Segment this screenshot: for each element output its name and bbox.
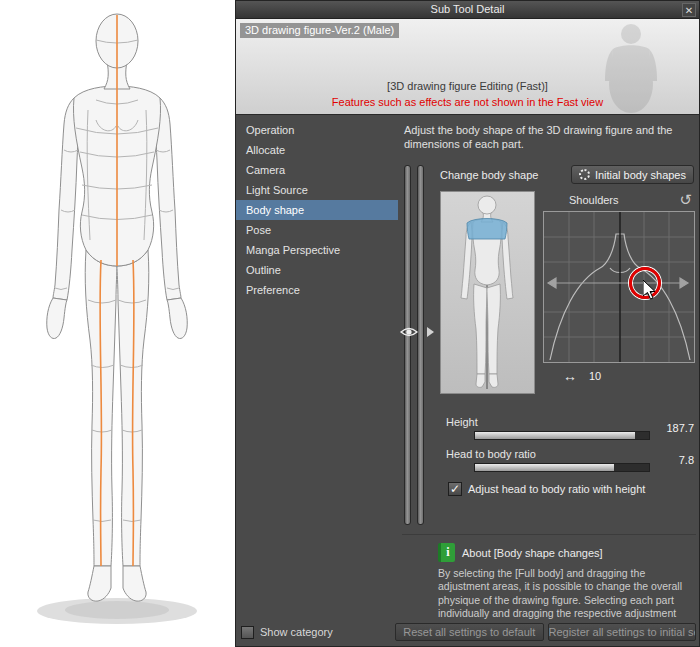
category-item-manga-perspective[interactable]: Manga Perspective: [236, 240, 398, 260]
change-body-shape-label: Change body shape: [440, 169, 538, 181]
visibility-eye-icon[interactable]: [400, 325, 418, 339]
height-row: Height 187.7: [436, 416, 696, 440]
height-slider[interactable]: [474, 431, 650, 440]
tool-preview-area: 3D drawing figure-Ver.2 (Male) [3D drawi…: [236, 19, 699, 115]
adjust-ratio-checkbox-label: Adjust head to body ratio with height: [468, 483, 645, 495]
body-thumbnail-figure: [441, 192, 534, 393]
category-item-light-source[interactable]: Light Source: [236, 180, 398, 200]
ratio-slider[interactable]: [474, 463, 650, 472]
shoulders-highlight: [467, 219, 507, 240]
fast-view-warning: Features such as effects are not shown i…: [236, 96, 699, 108]
close-icon[interactable]: ✕: [682, 3, 696, 17]
category-item-preference[interactable]: Preference: [236, 280, 398, 300]
window-title: Sub Tool Detail: [431, 3, 505, 15]
editing-mode-label: [3D drawing figure Editing (Fast)]: [236, 80, 699, 92]
preview-scale-slider: [402, 165, 436, 525]
section-description: Adjust the body shape of the 3D drawing …: [404, 123, 696, 151]
show-category-checkbox[interactable]: [241, 626, 254, 639]
initial-body-shapes-button[interactable]: Initial body shapes: [571, 165, 694, 184]
show-category-label: Show category: [260, 626, 333, 638]
footer-bar: Show category Reset all settings to defa…: [236, 622, 699, 646]
3d-viewport[interactable]: [0, 0, 235, 647]
ratio-row: Head to body ratio 7.8: [436, 448, 696, 472]
expander-triangle-icon[interactable]: [427, 327, 434, 337]
body-shape-content: Adjust the body shape of the 3D drawing …: [398, 115, 699, 622]
height-label: Height: [446, 416, 656, 428]
width-arrow-icon: ↔: [563, 368, 577, 384]
shoulder-width-value[interactable]: 10: [589, 370, 601, 382]
shoulders-adjust-area: Shoulders ↺: [543, 191, 696, 394]
ratio-label: Head to body ratio: [446, 448, 656, 460]
sub-tool-detail-panel: Sub Tool Detail ✕ 3D drawing figure-Ver.…: [235, 0, 700, 647]
shoulders-drag-grid[interactable]: [543, 211, 695, 363]
about-section: i About [Body shape changes] By selectin…: [402, 534, 696, 622]
adjust-ratio-checkbox[interactable]: ✓: [448, 482, 462, 496]
info-icon: i: [438, 543, 455, 562]
part-title: Shoulders: [569, 194, 619, 206]
reset-part-icon[interactable]: ↺: [679, 193, 692, 207]
vertical-slider-track[interactable]: [404, 165, 411, 525]
category-item-outline[interactable]: Outline: [236, 260, 398, 280]
height-value[interactable]: 187.7: [656, 422, 696, 434]
full-body-part-selector[interactable]: [440, 191, 535, 394]
app-window: Sub Tool Detail ✕ 3D drawing figure-Ver.…: [0, 0, 700, 647]
3d-figure-mannequin: [0, 0, 235, 647]
category-item-body-shape[interactable]: Body shape: [236, 200, 398, 220]
category-item-allocate[interactable]: Allocate: [236, 140, 398, 160]
titlebar: Sub Tool Detail ✕: [236, 1, 699, 19]
category-item-camera[interactable]: Camera: [236, 160, 398, 180]
tool-name-chip: 3D drawing figure-Ver.2 (Male): [240, 23, 399, 38]
mouse-cursor-icon: [643, 280, 656, 304]
about-title: About [Body shape changes]: [462, 547, 603, 559]
category-item-pose[interactable]: Pose: [236, 220, 398, 240]
about-body-text: By selecting the [Full body] and draggin…: [438, 567, 692, 622]
vertical-slider-track-2[interactable]: [417, 165, 424, 525]
reset-all-settings-button[interactable]: Reset all settings to default: [395, 623, 544, 641]
ratio-value[interactable]: 7.8: [656, 454, 696, 466]
register-all-settings-button[interactable]: Register all settings to initial setting…: [548, 623, 697, 641]
main-area: Operation Allocate Camera Light Source B…: [236, 115, 699, 622]
category-item-operation[interactable]: Operation: [236, 120, 398, 140]
category-list: Operation Allocate Camera Light Source B…: [236, 115, 398, 622]
dotted-circle-icon: [579, 169, 590, 180]
